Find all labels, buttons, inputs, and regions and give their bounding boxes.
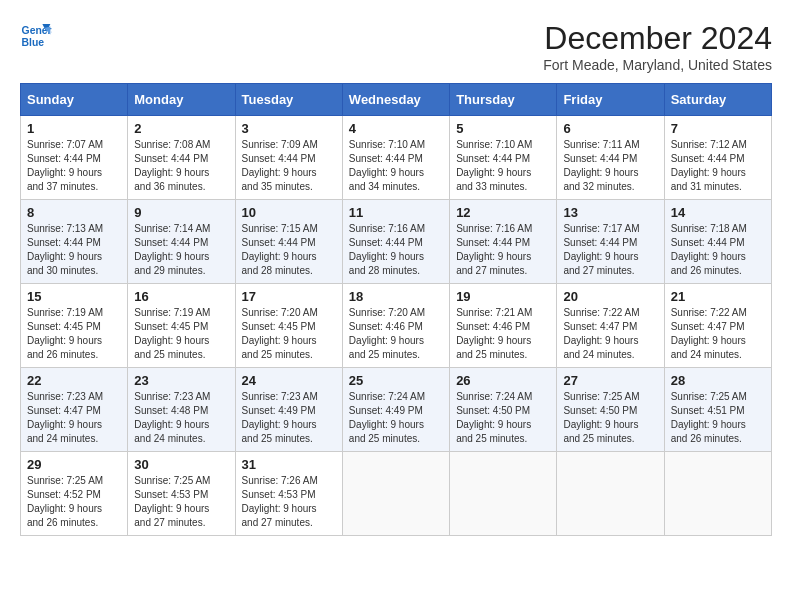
calendar-cell: 6 Sunrise: 7:11 AM Sunset: 4:44 PM Dayli… (557, 116, 664, 200)
day-number: 17 (242, 289, 336, 304)
calendar-week-row: 22 Sunrise: 7:23 AM Sunset: 4:47 PM Dayl… (21, 368, 772, 452)
day-info: Sunrise: 7:11 AM Sunset: 4:44 PM Dayligh… (563, 138, 657, 194)
calendar-cell: 1 Sunrise: 7:07 AM Sunset: 4:44 PM Dayli… (21, 116, 128, 200)
day-info: Sunrise: 7:24 AM Sunset: 4:50 PM Dayligh… (456, 390, 550, 446)
day-info: Sunrise: 7:12 AM Sunset: 4:44 PM Dayligh… (671, 138, 765, 194)
calendar-week-row: 15 Sunrise: 7:19 AM Sunset: 4:45 PM Dayl… (21, 284, 772, 368)
day-info: Sunrise: 7:19 AM Sunset: 4:45 PM Dayligh… (27, 306, 121, 362)
day-number: 6 (563, 121, 657, 136)
day-number: 2 (134, 121, 228, 136)
day-number: 16 (134, 289, 228, 304)
day-info: Sunrise: 7:07 AM Sunset: 4:44 PM Dayligh… (27, 138, 121, 194)
calendar-cell: 7 Sunrise: 7:12 AM Sunset: 4:44 PM Dayli… (664, 116, 771, 200)
calendar-cell: 27 Sunrise: 7:25 AM Sunset: 4:50 PM Dayl… (557, 368, 664, 452)
day-number: 14 (671, 205, 765, 220)
calendar-cell: 17 Sunrise: 7:20 AM Sunset: 4:45 PM Dayl… (235, 284, 342, 368)
calendar-cell: 12 Sunrise: 7:16 AM Sunset: 4:44 PM Dayl… (450, 200, 557, 284)
calendar-cell: 13 Sunrise: 7:17 AM Sunset: 4:44 PM Dayl… (557, 200, 664, 284)
calendar-cell: 14 Sunrise: 7:18 AM Sunset: 4:44 PM Dayl… (664, 200, 771, 284)
day-info: Sunrise: 7:14 AM Sunset: 4:44 PM Dayligh… (134, 222, 228, 278)
calendar-cell: 25 Sunrise: 7:24 AM Sunset: 4:49 PM Dayl… (342, 368, 449, 452)
day-number: 21 (671, 289, 765, 304)
calendar-cell: 21 Sunrise: 7:22 AM Sunset: 4:47 PM Dayl… (664, 284, 771, 368)
calendar-cell: 18 Sunrise: 7:20 AM Sunset: 4:46 PM Dayl… (342, 284, 449, 368)
calendar-cell: 16 Sunrise: 7:19 AM Sunset: 4:45 PM Dayl… (128, 284, 235, 368)
day-info: Sunrise: 7:25 AM Sunset: 4:53 PM Dayligh… (134, 474, 228, 530)
calendar-cell (664, 452, 771, 536)
day-info: Sunrise: 7:20 AM Sunset: 4:45 PM Dayligh… (242, 306, 336, 362)
day-number: 31 (242, 457, 336, 472)
calendar-cell: 22 Sunrise: 7:23 AM Sunset: 4:47 PM Dayl… (21, 368, 128, 452)
logo-icon: General Blue (20, 20, 52, 52)
weekday-header: Monday (128, 84, 235, 116)
calendar-cell: 29 Sunrise: 7:25 AM Sunset: 4:52 PM Dayl… (21, 452, 128, 536)
day-number: 11 (349, 205, 443, 220)
day-number: 24 (242, 373, 336, 388)
weekday-header: Friday (557, 84, 664, 116)
day-info: Sunrise: 7:08 AM Sunset: 4:44 PM Dayligh… (134, 138, 228, 194)
day-info: Sunrise: 7:13 AM Sunset: 4:44 PM Dayligh… (27, 222, 121, 278)
weekday-header: Wednesday (342, 84, 449, 116)
calendar-cell: 28 Sunrise: 7:25 AM Sunset: 4:51 PM Dayl… (664, 368, 771, 452)
day-number: 18 (349, 289, 443, 304)
day-number: 29 (27, 457, 121, 472)
calendar-cell: 10 Sunrise: 7:15 AM Sunset: 4:44 PM Dayl… (235, 200, 342, 284)
day-number: 13 (563, 205, 657, 220)
calendar-week-row: 8 Sunrise: 7:13 AM Sunset: 4:44 PM Dayli… (21, 200, 772, 284)
day-number: 3 (242, 121, 336, 136)
day-number: 8 (27, 205, 121, 220)
weekday-header: Saturday (664, 84, 771, 116)
weekday-header: Thursday (450, 84, 557, 116)
day-info: Sunrise: 7:23 AM Sunset: 4:47 PM Dayligh… (27, 390, 121, 446)
day-info: Sunrise: 7:16 AM Sunset: 4:44 PM Dayligh… (349, 222, 443, 278)
calendar-cell: 20 Sunrise: 7:22 AM Sunset: 4:47 PM Dayl… (557, 284, 664, 368)
day-info: Sunrise: 7:26 AM Sunset: 4:53 PM Dayligh… (242, 474, 336, 530)
day-number: 19 (456, 289, 550, 304)
day-number: 26 (456, 373, 550, 388)
calendar-cell (557, 452, 664, 536)
day-info: Sunrise: 7:23 AM Sunset: 4:49 PM Dayligh… (242, 390, 336, 446)
day-number: 1 (27, 121, 121, 136)
day-number: 25 (349, 373, 443, 388)
title-section: December 2024 Fort Meade, Maryland, Unit… (543, 20, 772, 73)
day-number: 28 (671, 373, 765, 388)
day-number: 12 (456, 205, 550, 220)
calendar-table: SundayMondayTuesdayWednesdayThursdayFrid… (20, 83, 772, 536)
calendar-week-row: 1 Sunrise: 7:07 AM Sunset: 4:44 PM Dayli… (21, 116, 772, 200)
month-title: December 2024 (543, 20, 772, 57)
calendar-cell (342, 452, 449, 536)
calendar-cell: 30 Sunrise: 7:25 AM Sunset: 4:53 PM Dayl… (128, 452, 235, 536)
day-number: 10 (242, 205, 336, 220)
calendar-cell: 15 Sunrise: 7:19 AM Sunset: 4:45 PM Dayl… (21, 284, 128, 368)
day-info: Sunrise: 7:22 AM Sunset: 4:47 PM Dayligh… (671, 306, 765, 362)
calendar-cell: 19 Sunrise: 7:21 AM Sunset: 4:46 PM Dayl… (450, 284, 557, 368)
day-info: Sunrise: 7:17 AM Sunset: 4:44 PM Dayligh… (563, 222, 657, 278)
calendar-cell: 9 Sunrise: 7:14 AM Sunset: 4:44 PM Dayli… (128, 200, 235, 284)
day-info: Sunrise: 7:10 AM Sunset: 4:44 PM Dayligh… (349, 138, 443, 194)
day-info: Sunrise: 7:23 AM Sunset: 4:48 PM Dayligh… (134, 390, 228, 446)
day-number: 15 (27, 289, 121, 304)
svg-text:Blue: Blue (22, 37, 45, 48)
day-info: Sunrise: 7:15 AM Sunset: 4:44 PM Dayligh… (242, 222, 336, 278)
day-number: 9 (134, 205, 228, 220)
day-info: Sunrise: 7:25 AM Sunset: 4:50 PM Dayligh… (563, 390, 657, 446)
calendar-cell: 3 Sunrise: 7:09 AM Sunset: 4:44 PM Dayli… (235, 116, 342, 200)
weekday-header: Tuesday (235, 84, 342, 116)
calendar-cell: 4 Sunrise: 7:10 AM Sunset: 4:44 PM Dayli… (342, 116, 449, 200)
calendar-cell: 11 Sunrise: 7:16 AM Sunset: 4:44 PM Dayl… (342, 200, 449, 284)
day-number: 4 (349, 121, 443, 136)
day-number: 5 (456, 121, 550, 136)
calendar-cell (450, 452, 557, 536)
day-number: 27 (563, 373, 657, 388)
day-info: Sunrise: 7:09 AM Sunset: 4:44 PM Dayligh… (242, 138, 336, 194)
day-number: 20 (563, 289, 657, 304)
day-info: Sunrise: 7:16 AM Sunset: 4:44 PM Dayligh… (456, 222, 550, 278)
calendar-cell: 2 Sunrise: 7:08 AM Sunset: 4:44 PM Dayli… (128, 116, 235, 200)
day-info: Sunrise: 7:25 AM Sunset: 4:51 PM Dayligh… (671, 390, 765, 446)
day-info: Sunrise: 7:20 AM Sunset: 4:46 PM Dayligh… (349, 306, 443, 362)
location-subtitle: Fort Meade, Maryland, United States (543, 57, 772, 73)
day-info: Sunrise: 7:24 AM Sunset: 4:49 PM Dayligh… (349, 390, 443, 446)
page-header: General Blue December 2024 Fort Meade, M… (20, 20, 772, 73)
calendar-cell: 23 Sunrise: 7:23 AM Sunset: 4:48 PM Dayl… (128, 368, 235, 452)
weekday-header: Sunday (21, 84, 128, 116)
